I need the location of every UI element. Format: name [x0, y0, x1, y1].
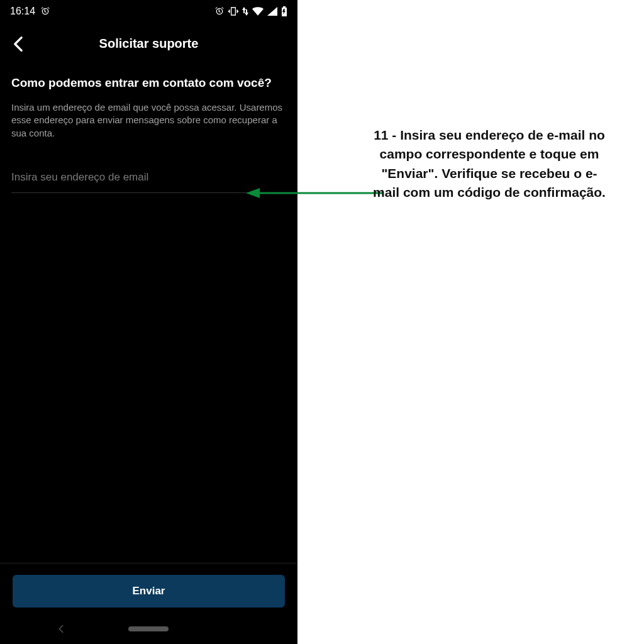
nav-back-icon[interactable]: [57, 625, 65, 633]
footer: Enviar: [0, 563, 297, 614]
submit-button[interactable]: Enviar: [13, 575, 285, 608]
instruction-step-11: 11 - Insira seu endereço de e-mail no ca…: [370, 126, 609, 203]
status-bar: 16:14: [0, 0, 297, 23]
wifi-icon: [252, 7, 264, 16]
svg-marker-1: [246, 188, 260, 198]
page-title: Solicitar suporte: [10, 36, 287, 51]
back-icon[interactable]: [13, 36, 24, 52]
contact-question: Como podemos entrar em contato com você?: [11, 76, 286, 90]
android-nav-bar: [0, 614, 297, 644]
data-icon: [242, 7, 248, 16]
page-header: Solicitar suporte: [0, 23, 297, 58]
email-field-wrapper: [11, 165, 286, 193]
annotation-panel: 11 - Insira seu endereço de e-mail no ca…: [297, 0, 644, 644]
contact-description: Insira um endereço de email que você pos…: [11, 101, 286, 140]
clock-time: 16:14: [10, 6, 35, 17]
vibrate-icon: [228, 6, 238, 16]
email-input[interactable]: [11, 171, 286, 184]
main-content: Como podemos entrar em contato com você?…: [0, 58, 297, 563]
signal-icon: [267, 7, 277, 16]
nav-home-pill[interactable]: [128, 626, 169, 631]
battery-icon: [281, 6, 287, 16]
phone-screenshot: 16:14 Solicitar suporte Como podemos ent…: [0, 0, 297, 644]
alarm-icon: [214, 6, 225, 16]
pointer-arrow-icon: [246, 184, 384, 203]
alarm-icon: [40, 6, 50, 16]
